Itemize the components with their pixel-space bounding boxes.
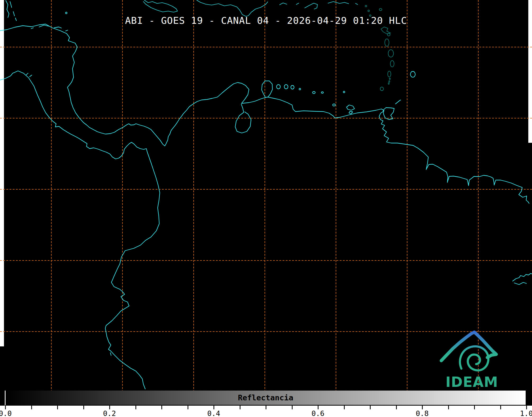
colorbar-tick-label: 1.0 — [520, 409, 532, 417]
coastline-path — [143, 0, 178, 12]
colorbar-tick — [83, 406, 84, 409]
colorbar-label: Reflectancia — [6, 391, 526, 406]
colorbar-tick — [57, 406, 58, 409]
colorbar-axis: 0.00.20.40.60.81.0 — [0, 406, 532, 417]
graticule-lines — [0, 0, 532, 391]
colorbar-tick — [31, 406, 32, 409]
colorbar-tick — [500, 406, 501, 409]
colorbar-tick — [188, 406, 188, 409]
colorbar-tick-label: 0.4 — [207, 409, 220, 417]
coastline-path — [513, 273, 532, 285]
colorbar-tick — [344, 406, 345, 409]
colorbar-tick — [135, 406, 136, 409]
colorbar-tick — [526, 406, 527, 409]
colorbar-tick — [266, 406, 266, 409]
colorbar-tick-label: 0.6 — [312, 409, 325, 417]
ideam-logo — [441, 332, 496, 370]
coastline-path — [6, 1, 111, 355]
colorbar-tick — [292, 406, 293, 409]
ideam-logo-text: IDEAM — [445, 374, 498, 390]
coastline-path — [235, 104, 251, 133]
coastline-path — [197, 0, 268, 16]
colorbar-tick — [5, 406, 6, 409]
colorbar-tick — [318, 406, 319, 409]
colorbar-tick — [109, 406, 110, 409]
colorbar-tick — [161, 406, 162, 409]
colorbar-tick — [474, 406, 475, 409]
colorbar-tick — [213, 406, 214, 409]
coastline-path — [347, 105, 354, 114]
satellite-map — [0, 0, 532, 417]
scan-edge-strips — [0, 0, 532, 346]
logo-hurricane-spiral-icon — [460, 346, 488, 370]
coastline-path — [280, 2, 358, 9]
colorbar-tick — [370, 406, 371, 409]
coastline-path — [395, 100, 401, 104]
colorbar: Reflectancia — [5, 391, 526, 406]
image-title: ABI - GOES 19 - CANAL 04 - 2026-04-29 01… — [0, 15, 532, 26]
coastlines-main — [0, 1, 532, 389]
coastline-path — [383, 108, 394, 120]
colorbar-tick-label: 0.2 — [103, 409, 116, 417]
satellite-image-viewport: ABI - GOES 19 - CANAL 04 - 2026-04-29 01… — [0, 0, 532, 417]
colorbar-tick — [240, 406, 240, 409]
colorbar-tick — [422, 406, 423, 409]
colorbar-tick-label: 0.8 — [416, 409, 429, 417]
colorbar-tick — [396, 406, 397, 409]
colorbar-tick — [448, 406, 449, 409]
coastlines-antilles-large — [143, 0, 358, 16]
coastline-path — [277, 71, 415, 106]
colorbar-tick-label: 0.0 — [0, 409, 12, 417]
coastline-path — [262, 81, 272, 97]
